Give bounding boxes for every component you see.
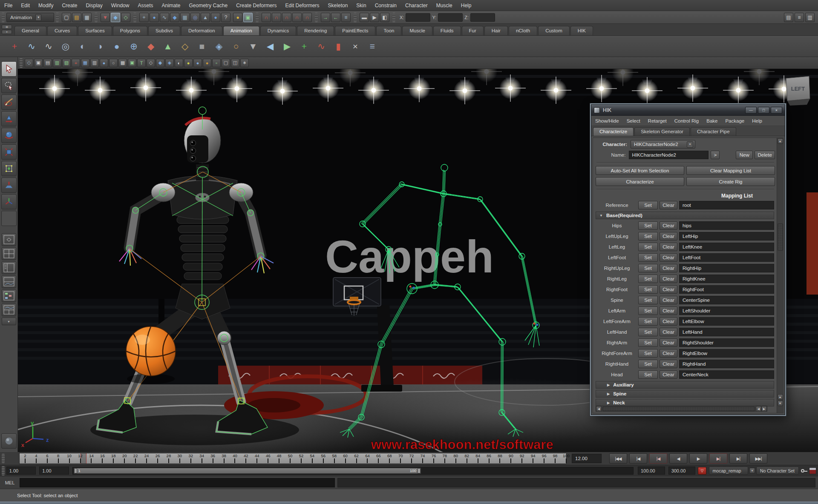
shelf-marker-icon[interactable]: ▮ <box>330 38 347 55</box>
clear-mapping-list-button[interactable]: Clear Mapping List <box>686 166 775 175</box>
toolbar-grip[interactable] <box>315 13 318 22</box>
camera-attributes-icon[interactable]: ▤ <box>43 59 52 67</box>
film-gate-icon[interactable]: ▥ <box>90 59 99 67</box>
scroll-down-button[interactable]: ▼ <box>778 401 783 406</box>
current-time-field[interactable]: 12.00 <box>572 454 602 463</box>
menu-item[interactable]: Skeleton <box>324 0 352 11</box>
range-slider-track[interactable]: 1 100 <box>72 467 634 475</box>
shelf-tab[interactable]: Surfaces <box>78 26 112 35</box>
select-hierarchy-icon[interactable]: ▼ <box>101 13 110 22</box>
menu-item[interactable]: Skin <box>352 0 370 11</box>
new-scene-icon[interactable]: ▢ <box>62 13 71 22</box>
clear-button[interactable]: Clear <box>660 296 677 304</box>
shelf-parent-icon[interactable]: ◇ <box>176 38 193 55</box>
panel-toolbar-grip[interactable] <box>20 58 23 68</box>
shelf-tab[interactable]: Fur <box>462 26 484 35</box>
shelf-character-icon[interactable]: ◐ <box>74 38 91 55</box>
hik-menu-item[interactable]: Show/Hide <box>591 118 623 123</box>
set-button[interactable]: Set <box>638 232 658 241</box>
character-menu[interactable]: mocap_remap <box>709 467 749 475</box>
two-d-pan-zoom-icon[interactable]: + <box>72 59 80 67</box>
playback-start-field[interactable]: 1.00 <box>39 467 69 475</box>
shelf-anim-snapshot-icon[interactable]: ≡ <box>364 38 381 55</box>
minimize-button[interactable]: — <box>745 107 757 114</box>
menu-item[interactable]: Help <box>457 0 476 11</box>
step-forward-frame-button[interactable]: ▶| <box>729 453 747 464</box>
collapsed-section-header[interactable]: ▶ Spine <box>596 390 774 398</box>
clear-button[interactable]: Clear <box>660 285 677 294</box>
anim-snapshot-icon[interactable] <box>809 467 816 474</box>
menu-item[interactable]: File <box>0 0 17 11</box>
shelf-constraint-icon[interactable]: ▲ <box>159 38 176 55</box>
set-button[interactable]: Set <box>638 264 658 272</box>
shelf-tab[interactable]: Curves <box>47 26 77 35</box>
vertical-scroll-thumb[interactable] <box>778 223 783 251</box>
shelf-ik-handle-icon[interactable]: ∿ <box>23 38 40 55</box>
shelf-tab[interactable]: Hair <box>484 26 508 35</box>
time-ruler[interactable]: 2468101214161820222426283032343638404244… <box>19 453 567 464</box>
hik-menu-item[interactable]: Bake <box>703 118 721 123</box>
set-button[interactable]: Set <box>638 317 658 326</box>
scale-tool-button[interactable] <box>1 144 17 160</box>
set-button[interactable]: Set <box>638 253 658 262</box>
set-button[interactable]: Set <box>638 338 658 347</box>
select-misc-mask-icon[interactable]: ? <box>221 13 230 22</box>
toolbar-grip[interactable] <box>2 13 5 22</box>
shelf-locator-icon[interactable]: × <box>347 38 364 55</box>
grid-icon[interactable]: ▦ <box>81 59 89 67</box>
maximize-button[interactable]: □ <box>758 107 769 114</box>
shelf-joint-icon[interactable]: ● <box>108 38 125 55</box>
snap-point-icon[interactable]: ∩ <box>282 13 291 22</box>
wire-cube-icon[interactable]: ▢ <box>222 59 230 67</box>
set-button[interactable]: Set <box>638 349 658 358</box>
clear-button[interactable]: Clear <box>660 253 677 262</box>
render-settings-icon[interactable]: ◧ <box>380 13 389 22</box>
shelf-mirror-joint-icon[interactable]: ◈ <box>210 38 228 55</box>
select-curves-mask-icon[interactable]: ∿ <box>160 13 169 22</box>
select-deformations-mask-icon[interactable]: ▦ <box>180 13 190 22</box>
set-button[interactable]: Set <box>638 328 658 336</box>
basketball[interactable] <box>126 326 176 384</box>
step-forward-key-button[interactable]: ▶| <box>709 453 727 464</box>
rotate-tool-button[interactable] <box>1 128 17 143</box>
layout-single-pane-button[interactable] <box>2 233 16 246</box>
mapping-value-field[interactable]: RightFoot <box>679 285 774 294</box>
set-button[interactable]: Set <box>638 201 658 209</box>
snap-curve-icon[interactable]: ∩ <box>272 13 281 22</box>
toolbox-extra-button[interactable] <box>1 433 17 449</box>
characterize-button[interactable]: Characterize <box>596 177 684 186</box>
menu-item[interactable]: Character <box>401 0 432 11</box>
menu-set-selector[interactable]: Animation ▾ <box>6 13 54 22</box>
scroll-left-button-2[interactable]: ◀ <box>756 406 761 412</box>
gate-mask-icon[interactable]: ○ <box>109 59 118 67</box>
expand-name-button[interactable]: > <box>711 151 720 159</box>
use-all-lights-icon[interactable]: ◐ <box>175 59 183 67</box>
set-button[interactable]: Set <box>638 360 658 368</box>
shelf-curve-icon[interactable]: ∿ <box>313 38 330 55</box>
character-set-menu[interactable]: No Character Set <box>756 467 799 475</box>
scroll-up-button-2[interactable]: ▲ <box>778 394 783 400</box>
shelf-tab[interactable]: PaintEffects <box>335 26 375 35</box>
hik-tab[interactable]: Character Pipe <box>691 127 736 136</box>
vertical-scrollbar[interactable]: ▲ ▲ ▼ <box>777 138 783 413</box>
shelf-dropdown-button[interactable]: ▾ <box>2 30 12 34</box>
play-forward-button[interactable]: ▶ <box>689 453 707 464</box>
hik-menu-item[interactable]: Help <box>748 118 766 123</box>
mapping-value-field[interactable]: LeftFoot <box>679 253 774 262</box>
shelf-tab[interactable]: Deformation <box>181 26 222 35</box>
shelf-tab[interactable]: General <box>14 26 46 35</box>
layout-more-button[interactable]: ▾ <box>2 318 16 325</box>
layout-outliner-persp-button[interactable] <box>2 261 16 274</box>
mapping-value-field[interactable]: LeftElbow <box>679 317 774 326</box>
mapping-value-field[interactable]: RightHand <box>679 360 774 368</box>
playback-range-bar[interactable]: 1 100 <box>74 468 421 474</box>
last-tool-slot[interactable] <box>1 211 17 226</box>
play-backwards-button[interactable]: ◀ <box>669 453 687 464</box>
mapping-value-field[interactable]: RightShoulder <box>679 338 774 347</box>
set-button[interactable]: Set <box>638 275 658 283</box>
shelf-ik-fk-icon[interactable]: ◀ <box>262 38 279 55</box>
toolbar-grip[interactable] <box>133 13 136 22</box>
new-character-button[interactable]: New <box>736 151 753 159</box>
hik-title-bar[interactable]: HIK — □ × <box>591 105 785 116</box>
universal-manipulator-button[interactable] <box>1 161 17 176</box>
